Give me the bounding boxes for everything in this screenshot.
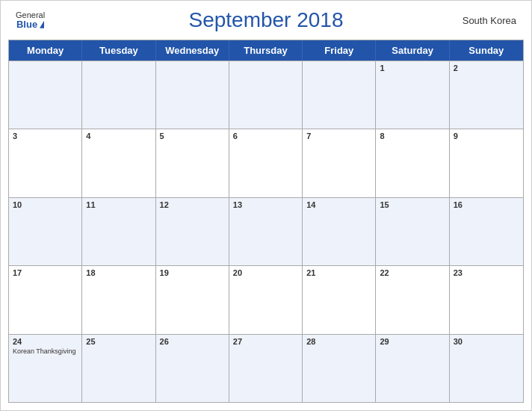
calendar-grid: MondayTuesdayWednesdayThursdayFridaySatu… [8,40,524,403]
day-cell [82,61,155,129]
day-cell: 6 [229,129,303,197]
day-number: 30 [454,337,519,346]
day-number: 25 [86,337,151,346]
day-number: 29 [380,337,445,346]
day-number: 14 [306,200,371,209]
day-cell: 4 [82,129,155,197]
day-cell [229,61,303,129]
day-number: 1 [380,64,445,72]
day-cell: 2 [450,61,523,129]
day-cell: 3 [9,129,82,197]
country-label: South Korea [463,15,516,26]
day-cell [9,61,82,129]
day-number: 6 [233,132,298,140]
day-cell [156,61,229,129]
day-number: 24 [13,337,78,346]
day-header-saturday: Saturday [376,40,449,61]
day-number: 13 [233,200,298,209]
day-number: 5 [160,132,225,140]
day-number: 17 [13,268,78,277]
calendar-title: September 2018 [188,8,343,32]
day-headers: MondayTuesdayWednesdayThursdayFridaySatu… [9,40,523,61]
day-cell: 18 [82,266,155,333]
logo-triangle-icon [40,21,44,28]
day-header-monday: Monday [9,40,82,61]
week-row-3: 10111213141516 [9,197,523,265]
day-cell: 15 [376,198,449,265]
logo-area: General Blue [16,10,45,30]
day-cell: 7 [303,129,376,197]
day-cell: 1 [376,61,449,129]
day-number: 27 [233,337,298,346]
day-cell: 24Korean Thanksgiving [9,335,82,402]
day-cell: 29 [376,335,449,402]
day-number: 19 [160,268,225,277]
calendar-header: General Blue September 2018 South Korea [1,1,531,40]
day-cell: 20 [229,266,303,333]
weeks-container: 123456789101112131415161718192021222324K… [9,61,523,402]
day-cell: 13 [229,198,303,265]
day-cell: 26 [156,335,229,402]
day-cell: 14 [303,198,376,265]
day-number: 7 [306,132,371,140]
day-cell: 12 [156,198,229,265]
calendar-container: General Blue September 2018 South Korea … [0,0,532,411]
day-number: 26 [160,337,225,346]
day-number: 22 [380,268,445,277]
day-cell [303,61,376,129]
day-number: 23 [454,268,519,277]
day-number: 9 [454,132,519,140]
day-number: 16 [454,200,519,209]
day-number: 28 [306,337,371,346]
day-header-thursday: Thursday [229,40,303,61]
day-number: 10 [13,200,78,209]
day-cell: 23 [450,266,523,333]
day-cell: 8 [376,129,449,197]
day-number: 8 [380,132,445,140]
day-cell: 16 [450,198,523,265]
day-cell: 21 [303,266,376,333]
day-cell: 25 [82,335,155,402]
week-row-2: 3456789 [9,129,523,197]
day-cell: 19 [156,266,229,333]
day-cell: 27 [229,335,303,402]
day-number: 11 [86,200,151,209]
day-number: 15 [380,200,445,209]
day-cell: 5 [156,129,229,197]
week-row-5: 24Korean Thanksgiving252627282930 [9,334,523,402]
day-number: 2 [454,64,519,72]
week-row-1: 12 [9,61,523,129]
day-cell: 28 [303,335,376,402]
day-number: 20 [233,268,298,277]
day-cell: 9 [450,129,523,197]
day-number: 21 [306,268,371,277]
day-cell: 10 [9,198,82,265]
day-cell: 17 [9,266,82,333]
day-cell: 22 [376,266,449,333]
day-number: 18 [86,268,151,277]
week-row-4: 17181920212223 [9,265,523,333]
logo-blue-text: Blue [16,19,44,30]
day-number: 12 [160,200,225,209]
day-event: Korean Thanksgiving [13,347,78,356]
day-cell: 30 [450,335,523,402]
day-header-friday: Friday [303,40,376,61]
day-header-tuesday: Tuesday [82,40,155,61]
day-cell: 11 [82,198,155,265]
day-number: 4 [86,132,151,140]
day-header-sunday: Sunday [450,40,523,61]
day-header-wednesday: Wednesday [156,40,229,61]
day-number: 3 [13,132,78,140]
